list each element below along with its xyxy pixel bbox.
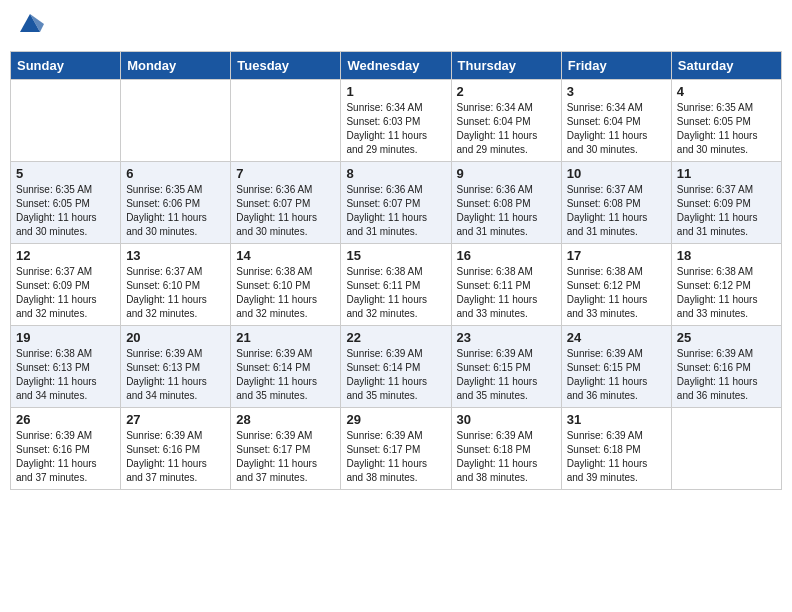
day-info: Sunrise: 6:36 AM Sunset: 6:07 PM Dayligh…	[236, 183, 335, 239]
day-info: Sunrise: 6:38 AM Sunset: 6:11 PM Dayligh…	[346, 265, 445, 321]
page-header	[10, 10, 782, 43]
calendar-cell: 12Sunrise: 6:37 AM Sunset: 6:09 PM Dayli…	[11, 244, 121, 326]
logo	[14, 10, 44, 43]
day-number: 25	[677, 330, 776, 345]
calendar-week-row: 12Sunrise: 6:37 AM Sunset: 6:09 PM Dayli…	[11, 244, 782, 326]
calendar-header-monday: Monday	[121, 52, 231, 80]
calendar-cell: 15Sunrise: 6:38 AM Sunset: 6:11 PM Dayli…	[341, 244, 451, 326]
calendar-cell: 6Sunrise: 6:35 AM Sunset: 6:06 PM Daylig…	[121, 162, 231, 244]
day-info: Sunrise: 6:37 AM Sunset: 6:09 PM Dayligh…	[16, 265, 115, 321]
calendar-cell: 7Sunrise: 6:36 AM Sunset: 6:07 PM Daylig…	[231, 162, 341, 244]
calendar-cell	[231, 80, 341, 162]
day-info: Sunrise: 6:36 AM Sunset: 6:07 PM Dayligh…	[346, 183, 445, 239]
calendar-cell: 14Sunrise: 6:38 AM Sunset: 6:10 PM Dayli…	[231, 244, 341, 326]
day-number: 30	[457, 412, 556, 427]
calendar-cell	[671, 408, 781, 490]
calendar-week-row: 1Sunrise: 6:34 AM Sunset: 6:03 PM Daylig…	[11, 80, 782, 162]
day-info: Sunrise: 6:39 AM Sunset: 6:18 PM Dayligh…	[457, 429, 556, 485]
day-number: 1	[346, 84, 445, 99]
calendar-cell: 24Sunrise: 6:39 AM Sunset: 6:15 PM Dayli…	[561, 326, 671, 408]
calendar-cell: 27Sunrise: 6:39 AM Sunset: 6:16 PM Dayli…	[121, 408, 231, 490]
day-info: Sunrise: 6:39 AM Sunset: 6:16 PM Dayligh…	[677, 347, 776, 403]
calendar-cell: 4Sunrise: 6:35 AM Sunset: 6:05 PM Daylig…	[671, 80, 781, 162]
day-info: Sunrise: 6:39 AM Sunset: 6:15 PM Dayligh…	[457, 347, 556, 403]
day-number: 23	[457, 330, 556, 345]
calendar-cell: 8Sunrise: 6:36 AM Sunset: 6:07 PM Daylig…	[341, 162, 451, 244]
calendar-header-sunday: Sunday	[11, 52, 121, 80]
day-info: Sunrise: 6:38 AM Sunset: 6:12 PM Dayligh…	[567, 265, 666, 321]
calendar-cell	[11, 80, 121, 162]
day-number: 22	[346, 330, 445, 345]
day-info: Sunrise: 6:38 AM Sunset: 6:11 PM Dayligh…	[457, 265, 556, 321]
calendar-cell: 29Sunrise: 6:39 AM Sunset: 6:17 PM Dayli…	[341, 408, 451, 490]
calendar-header-row: SundayMondayTuesdayWednesdayThursdayFrid…	[11, 52, 782, 80]
logo-icon	[16, 10, 44, 38]
day-number: 6	[126, 166, 225, 181]
calendar-cell: 13Sunrise: 6:37 AM Sunset: 6:10 PM Dayli…	[121, 244, 231, 326]
day-info: Sunrise: 6:37 AM Sunset: 6:08 PM Dayligh…	[567, 183, 666, 239]
day-info: Sunrise: 6:39 AM Sunset: 6:17 PM Dayligh…	[236, 429, 335, 485]
day-info: Sunrise: 6:39 AM Sunset: 6:13 PM Dayligh…	[126, 347, 225, 403]
calendar-week-row: 5Sunrise: 6:35 AM Sunset: 6:05 PM Daylig…	[11, 162, 782, 244]
calendar-cell: 5Sunrise: 6:35 AM Sunset: 6:05 PM Daylig…	[11, 162, 121, 244]
day-info: Sunrise: 6:39 AM Sunset: 6:15 PM Dayligh…	[567, 347, 666, 403]
day-info: Sunrise: 6:35 AM Sunset: 6:05 PM Dayligh…	[16, 183, 115, 239]
day-info: Sunrise: 6:37 AM Sunset: 6:09 PM Dayligh…	[677, 183, 776, 239]
day-number: 27	[126, 412, 225, 427]
calendar-cell: 1Sunrise: 6:34 AM Sunset: 6:03 PM Daylig…	[341, 80, 451, 162]
day-info: Sunrise: 6:36 AM Sunset: 6:08 PM Dayligh…	[457, 183, 556, 239]
calendar-cell: 3Sunrise: 6:34 AM Sunset: 6:04 PM Daylig…	[561, 80, 671, 162]
day-number: 24	[567, 330, 666, 345]
calendar-cell: 22Sunrise: 6:39 AM Sunset: 6:14 PM Dayli…	[341, 326, 451, 408]
day-number: 28	[236, 412, 335, 427]
day-number: 2	[457, 84, 556, 99]
calendar-header-saturday: Saturday	[671, 52, 781, 80]
day-info: Sunrise: 6:35 AM Sunset: 6:05 PM Dayligh…	[677, 101, 776, 157]
calendar-cell: 20Sunrise: 6:39 AM Sunset: 6:13 PM Dayli…	[121, 326, 231, 408]
day-info: Sunrise: 6:39 AM Sunset: 6:17 PM Dayligh…	[346, 429, 445, 485]
day-number: 21	[236, 330, 335, 345]
calendar-cell: 28Sunrise: 6:39 AM Sunset: 6:17 PM Dayli…	[231, 408, 341, 490]
calendar-cell: 16Sunrise: 6:38 AM Sunset: 6:11 PM Dayli…	[451, 244, 561, 326]
calendar-cell: 31Sunrise: 6:39 AM Sunset: 6:18 PM Dayli…	[561, 408, 671, 490]
calendar-cell: 26Sunrise: 6:39 AM Sunset: 6:16 PM Dayli…	[11, 408, 121, 490]
day-number: 31	[567, 412, 666, 427]
calendar-header-tuesday: Tuesday	[231, 52, 341, 80]
day-number: 11	[677, 166, 776, 181]
day-number: 5	[16, 166, 115, 181]
calendar-cell: 18Sunrise: 6:38 AM Sunset: 6:12 PM Dayli…	[671, 244, 781, 326]
calendar-cell: 11Sunrise: 6:37 AM Sunset: 6:09 PM Dayli…	[671, 162, 781, 244]
day-number: 16	[457, 248, 556, 263]
day-number: 14	[236, 248, 335, 263]
calendar-cell: 17Sunrise: 6:38 AM Sunset: 6:12 PM Dayli…	[561, 244, 671, 326]
day-number: 4	[677, 84, 776, 99]
calendar-cell	[121, 80, 231, 162]
calendar-table: SundayMondayTuesdayWednesdayThursdayFrid…	[10, 51, 782, 490]
calendar-cell: 10Sunrise: 6:37 AM Sunset: 6:08 PM Dayli…	[561, 162, 671, 244]
day-info: Sunrise: 6:39 AM Sunset: 6:16 PM Dayligh…	[126, 429, 225, 485]
calendar-header-wednesday: Wednesday	[341, 52, 451, 80]
calendar-cell: 9Sunrise: 6:36 AM Sunset: 6:08 PM Daylig…	[451, 162, 561, 244]
day-number: 10	[567, 166, 666, 181]
day-info: Sunrise: 6:35 AM Sunset: 6:06 PM Dayligh…	[126, 183, 225, 239]
day-number: 3	[567, 84, 666, 99]
day-info: Sunrise: 6:38 AM Sunset: 6:13 PM Dayligh…	[16, 347, 115, 403]
day-info: Sunrise: 6:39 AM Sunset: 6:14 PM Dayligh…	[346, 347, 445, 403]
day-info: Sunrise: 6:39 AM Sunset: 6:16 PM Dayligh…	[16, 429, 115, 485]
day-info: Sunrise: 6:34 AM Sunset: 6:03 PM Dayligh…	[346, 101, 445, 157]
day-number: 13	[126, 248, 225, 263]
day-number: 7	[236, 166, 335, 181]
calendar-cell: 25Sunrise: 6:39 AM Sunset: 6:16 PM Dayli…	[671, 326, 781, 408]
calendar-cell: 19Sunrise: 6:38 AM Sunset: 6:13 PM Dayli…	[11, 326, 121, 408]
calendar-cell: 30Sunrise: 6:39 AM Sunset: 6:18 PM Dayli…	[451, 408, 561, 490]
day-info: Sunrise: 6:37 AM Sunset: 6:10 PM Dayligh…	[126, 265, 225, 321]
calendar-week-row: 26Sunrise: 6:39 AM Sunset: 6:16 PM Dayli…	[11, 408, 782, 490]
calendar-header-thursday: Thursday	[451, 52, 561, 80]
day-number: 12	[16, 248, 115, 263]
day-info: Sunrise: 6:38 AM Sunset: 6:10 PM Dayligh…	[236, 265, 335, 321]
day-number: 8	[346, 166, 445, 181]
calendar-cell: 2Sunrise: 6:34 AM Sunset: 6:04 PM Daylig…	[451, 80, 561, 162]
day-info: Sunrise: 6:38 AM Sunset: 6:12 PM Dayligh…	[677, 265, 776, 321]
day-number: 18	[677, 248, 776, 263]
calendar-header-friday: Friday	[561, 52, 671, 80]
